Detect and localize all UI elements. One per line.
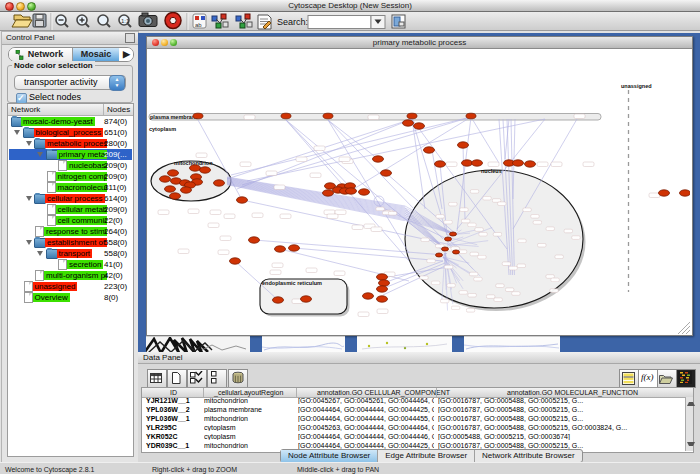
svg-text:1:1: 1:1 — [121, 18, 130, 24]
svg-text:plasma membrane: plasma membrane — [150, 114, 198, 120]
svg-text:unassigned: unassigned — [621, 83, 652, 89]
svg-text:endoplasmic reticulum: endoplasmic reticulum — [262, 280, 322, 286]
svg-text:nucleus: nucleus — [481, 168, 502, 174]
svg-text:Search:: Search: — [277, 17, 308, 27]
svg-text:ab: ab — [195, 22, 202, 28]
svg-text:cytoplasm: cytoplasm — [149, 126, 176, 132]
